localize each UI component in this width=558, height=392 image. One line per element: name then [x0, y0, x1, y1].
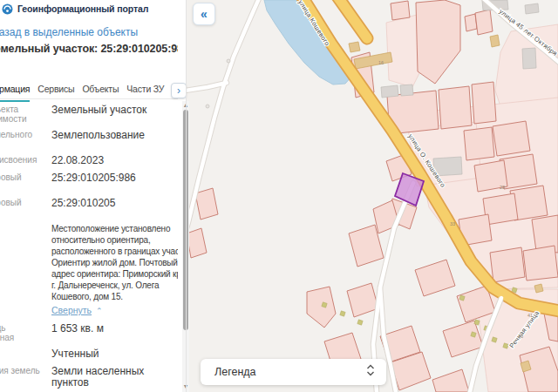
attribute-label: Статус [0, 348, 51, 360]
map-parcel[interactable] [391, 1, 410, 20]
collapse-address-link[interactable]: Свернуть [51, 305, 92, 316]
info-panel: Геоинформационный портал Назад в выделен… [0, 0, 178, 392]
attribute-value: Землепользование [51, 130, 178, 149]
attribute-row: Кадастровый квартал25:29:010205 [0, 198, 178, 217]
legend-bar[interactable]: Легенда [201, 359, 386, 385]
attribute-value: Земельный участок [51, 105, 178, 124]
attribute-label: Категория земель [0, 366, 51, 389]
panel-collapse-button[interactable]: « [193, 3, 215, 25]
panel-map-divider [186, 0, 187, 392]
parcel-title: Земельный участок: 25:29:010205:986 [0, 43, 178, 55]
parcel-attributes: Вид объекта недвижимостиЗемельный участо… [0, 105, 178, 392]
attribute-label: Вид объекта недвижимости [0, 105, 51, 124]
map-canvas[interactable]: улица Кошевогоулица О. Кошевогоулица 45 … [187, 0, 558, 392]
house-number: 16 [378, 60, 384, 65]
portal-header: Геоинформационный портал [0, 0, 178, 23]
attribute-row: Кадастровый номер25:29:010205:986 [0, 172, 178, 192]
road-node [227, 59, 230, 63]
back-to-selected-objects-link[interactable]: Назад в выделенные объекты [0, 26, 138, 38]
legend-expand-icon[interactable] [366, 364, 375, 380]
attribute-row: Вид объекта недвижимостиЗемельный участо… [0, 105, 178, 124]
attribute-label: Вид земельного участка [0, 130, 51, 149]
road-node [206, 105, 209, 108]
portal-title: Геоинформационный портал [17, 3, 148, 14]
building-tan [490, 35, 500, 47]
portal-logo-icon [2, 3, 13, 14]
house-number: 28 [500, 185, 505, 190]
house-number: 33 [450, 221, 455, 226]
building-gray [400, 84, 413, 96]
building-gray [525, 3, 539, 14]
attribute-row: Категория земельЗемли населенных пунктов [0, 366, 178, 389]
attribute-row: СтатусУчтенный [0, 348, 178, 360]
tabs-divider [0, 98, 178, 99]
map-parcel[interactable] [475, 10, 493, 35]
map-parcel[interactable] [493, 121, 530, 156]
attribute-value: Учтенный [51, 348, 178, 360]
chevron-up-icon: ⌃ [96, 307, 103, 315]
attribute-row: АдресМестоположение установленоотносител… [0, 223, 178, 317]
house-number: 41 [527, 313, 533, 318]
attribute-value: 22.08.2023 [51, 155, 178, 166]
attribute-label: Кадастровый номер [0, 172, 51, 192]
map-parcel[interactable] [439, 86, 472, 129]
building-tan [534, 284, 543, 293]
map-parcel[interactable] [523, 246, 558, 280]
attribute-value: Земли населенных пунктов [51, 366, 178, 389]
attribute-label: Кадастровый квартал [0, 198, 51, 217]
attribute-row: Вид земельного участкаЗемлепользование [0, 130, 178, 149]
building-gray [381, 85, 398, 98]
attribute-label: Адрес [0, 223, 51, 317]
map-parcel[interactable] [464, 127, 494, 160]
house-number: 43 [518, 334, 523, 339]
map-parcel[interactable] [490, 247, 525, 282]
map-parcel[interactable] [465, 14, 477, 31]
attribute-value: 25:29:010205:986 [51, 172, 178, 192]
tabs-scroll-right-button[interactable]: › [171, 83, 187, 98]
legend-label: Легенда [214, 366, 366, 378]
attribute-label: Дата присвоения [0, 155, 51, 166]
attribute-row: Дата присвоения22.08.2023 [0, 155, 178, 166]
attribute-label: Площадь уточненная [0, 323, 51, 342]
map-parcel[interactable] [472, 82, 496, 124]
attribute-value: 25:29:010205 [51, 198, 178, 217]
building-tan [349, 42, 360, 52]
attribute-value: 1 653 кв. м [51, 323, 178, 342]
attribute-value: Местоположение установленоотносительно о… [51, 223, 178, 317]
attribute-row: Площадь уточненная1 653 кв. м [0, 323, 178, 342]
building-gray [522, 48, 536, 69]
